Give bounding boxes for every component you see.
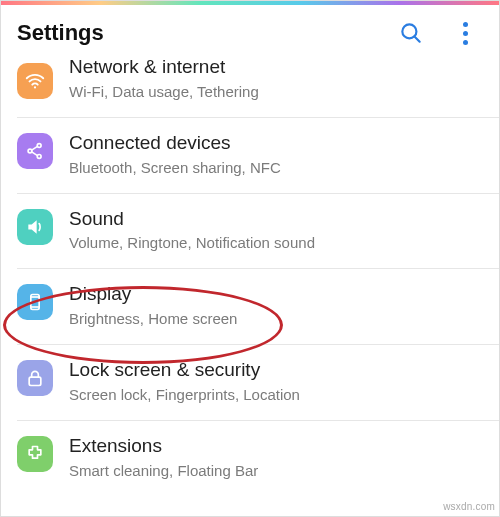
item-title: Network & internet: [69, 55, 483, 79]
svg-line-7: [32, 152, 38, 156]
item-title: Sound: [69, 207, 483, 231]
item-subtitle: Bluetooth, Screen sharing, NFC: [69, 159, 483, 177]
display-icon: [17, 284, 53, 320]
svg-rect-11: [29, 377, 41, 385]
page-title: Settings: [17, 20, 397, 46]
search-button[interactable]: [397, 19, 425, 47]
source-attribution: wsxdn.com: [443, 501, 495, 512]
row-text: Network & internet Wi-Fi, Data usage, Te…: [69, 61, 483, 101]
item-title: Lock screen & security: [69, 358, 483, 382]
item-title: Display: [69, 282, 483, 306]
item-subtitle: Volume, Ringtone, Notification sound: [69, 234, 483, 252]
status-bar-gradient: [1, 1, 499, 5]
svg-point-2: [34, 86, 36, 88]
item-subtitle: Smart cleaning, Floating Bar: [69, 462, 483, 480]
item-title: Extensions: [69, 434, 483, 458]
item-subtitle: Brightness, Home screen: [69, 310, 483, 328]
search-icon: [398, 20, 424, 46]
kebab-dot-icon: [463, 40, 468, 45]
sound-icon: [17, 209, 53, 245]
lock-icon: [17, 360, 53, 396]
settings-item-network[interactable]: Network & internet Wi-Fi, Data usage, Te…: [1, 61, 499, 117]
overflow-menu-button[interactable]: [451, 19, 479, 47]
item-title: Connected devices: [69, 131, 483, 155]
extensions-icon: [17, 436, 53, 472]
settings-item-display[interactable]: Display Brightness, Home screen: [1, 268, 499, 344]
kebab-dot-icon: [463, 22, 468, 27]
settings-item-connected-devices[interactable]: Connected devices Bluetooth, Screen shar…: [1, 117, 499, 193]
wifi-icon: [17, 63, 53, 99]
row-text: Extensions Smart cleaning, Floating Bar: [69, 434, 483, 480]
svg-line-6: [32, 146, 38, 150]
kebab-dot-icon: [463, 31, 468, 36]
row-text: Lock screen & security Screen lock, Fing…: [69, 358, 483, 404]
share-icon: [17, 133, 53, 169]
settings-item-lock-security[interactable]: Lock screen & security Screen lock, Fing…: [1, 344, 499, 420]
item-subtitle: Screen lock, Fingerprints, Location: [69, 386, 483, 404]
row-text: Connected devices Bluetooth, Screen shar…: [69, 131, 483, 177]
item-subtitle: Wi-Fi, Data usage, Tethering: [69, 83, 483, 101]
row-text: Display Brightness, Home screen: [69, 282, 483, 328]
svg-line-1: [414, 36, 419, 41]
settings-screen: Settings Network & internet Wi-Fi, Data …: [0, 0, 500, 517]
row-text: Sound Volume, Ringtone, Notification sou…: [69, 207, 483, 253]
header-actions: [397, 19, 487, 47]
settings-item-sound[interactable]: Sound Volume, Ringtone, Notification sou…: [1, 193, 499, 269]
settings-item-extensions[interactable]: Extensions Smart cleaning, Floating Bar: [1, 420, 499, 496]
settings-list: Network & internet Wi-Fi, Data usage, Te…: [1, 61, 499, 496]
app-header: Settings: [1, 5, 499, 61]
